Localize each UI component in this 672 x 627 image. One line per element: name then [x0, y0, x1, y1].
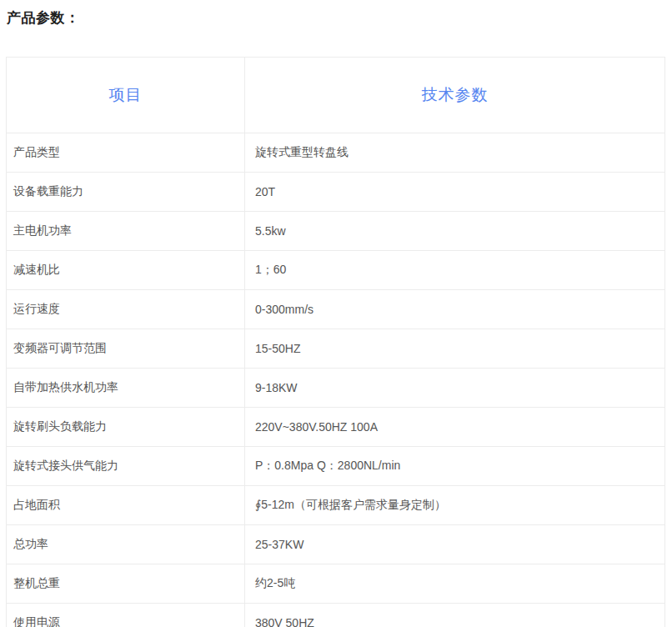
table-row: 旋转刷头负载能力 220V~380V.50HZ 100A: [7, 408, 665, 447]
table-row: 占地面积 ∮5-12m（可根据客户需求量身定制）: [7, 486, 665, 525]
table-row: 设备载重能力 20T: [7, 173, 665, 212]
row-label: 旋转刷头负载能力: [7, 408, 245, 447]
table-row: 减速机比 1；60: [7, 251, 665, 290]
row-value: 9-18KW: [245, 369, 665, 408]
row-label: 变频器可调节范围: [7, 329, 245, 369]
page-title: 产品参数：: [7, 8, 80, 28]
table-row: 总功率 25-37KW: [7, 525, 665, 564]
row-label: 设备载重能力: [7, 173, 245, 212]
row-label: 整机总重: [7, 564, 245, 604]
row-label: 总功率: [7, 525, 245, 564]
column-header-spec: 技术参数: [245, 58, 665, 133]
table-row: 产品类型 旋转式重型转盘线: [7, 133, 665, 173]
row-label: 产品类型: [7, 133, 245, 173]
row-value: 0-300mm/s: [245, 290, 665, 329]
table-row: 旋转式接头供气能力 P：0.8Mpa Q：2800NL/min: [7, 447, 665, 486]
row-label: 占地面积: [7, 486, 245, 525]
table-header-row: 项目 技术参数: [7, 58, 665, 133]
row-value: 220V~380V.50HZ 100A: [245, 408, 665, 447]
row-value: 旋转式重型转盘线: [245, 133, 665, 173]
row-value: 25-37KW: [245, 525, 665, 564]
row-label: 使用电源: [7, 604, 245, 627]
row-label: 主电机功率: [7, 212, 245, 251]
row-label: 运行速度: [7, 290, 245, 329]
table-row: 变频器可调节范围 15-50HZ: [7, 329, 665, 369]
row-label: 旋转式接头供气能力: [7, 447, 245, 486]
product-parameters-table: 项目 技术参数 产品类型 旋转式重型转盘线 设备载重能力 20T 主电机功率 5…: [6, 57, 665, 627]
row-value: P：0.8Mpa Q：2800NL/min: [245, 447, 665, 486]
row-value: 1；60: [245, 251, 665, 290]
row-value: 20T: [245, 173, 665, 212]
row-value: 380V 50HZ: [245, 604, 665, 627]
table-row: 主电机功率 5.5kw: [7, 212, 665, 251]
row-value: 5.5kw: [245, 212, 665, 251]
table-row: 运行速度 0-300mm/s: [7, 290, 665, 329]
table-row: 自带加热供水机功率 9-18KW: [7, 369, 665, 408]
row-label: 自带加热供水机功率: [7, 369, 245, 408]
row-label: 减速机比: [7, 251, 245, 290]
column-header-item: 项目: [7, 58, 245, 133]
table-row: 使用电源 380V 50HZ: [7, 604, 665, 627]
row-value: 约2-5吨: [245, 564, 665, 604]
row-value: 15-50HZ: [245, 329, 665, 369]
row-value: ∮5-12m（可根据客户需求量身定制）: [245, 486, 665, 525]
table-row: 整机总重 约2-5吨: [7, 564, 665, 604]
